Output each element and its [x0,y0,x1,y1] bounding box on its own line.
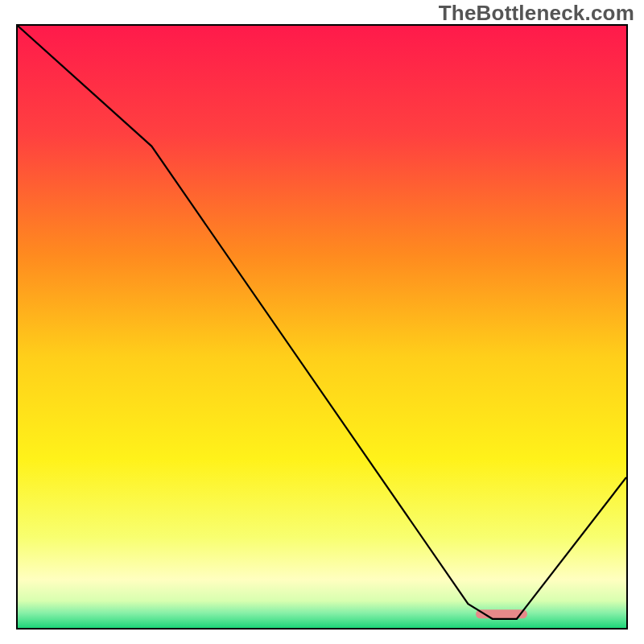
chart-background [18,26,626,628]
watermark-text: TheBottleneck.com [439,1,634,26]
chart-frame: TheBottleneck.com [0,0,644,644]
chart-svg [18,26,626,628]
plot-area [16,24,628,630]
